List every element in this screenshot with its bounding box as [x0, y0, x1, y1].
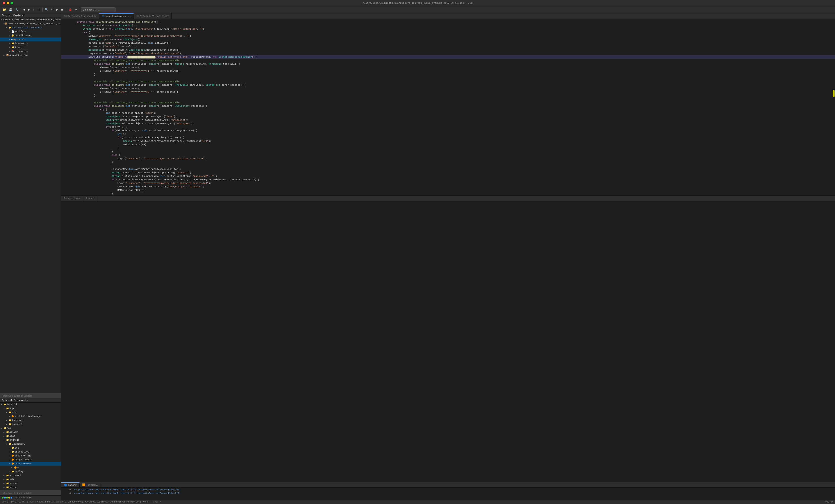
toolbar-btn-4[interactable]: ◀: [22, 7, 26, 12]
toolbar-btn-5[interactable]: ▶: [27, 7, 31, 12]
icon-cert: 🔐: [12, 34, 14, 37]
toolbar-btn-12[interactable]: 🐞: [67, 7, 73, 12]
tree-com[interactable]: ▼ 📁 com: [0, 426, 61, 430]
label-launcher3: com.android.launcher3: [12, 26, 43, 29]
tree-android2[interactable]: ▼ 📁 android: [0, 438, 61, 442]
arrow-launcher3: ▼: [6, 27, 9, 29]
code-line: for(i = 0; i < whiteListArray.length(); …: [61, 136, 835, 139]
dot-green: [2, 497, 3, 499]
terminal-icon: 🟧: [82, 483, 85, 486]
tree-volley[interactable]: ▶ 📁 volley: [0, 469, 61, 474]
code-line-highlighted: LTKAsyncHttp.post("https://▓▓▓▓▓▓▓▓▓▓▓▓▓…: [61, 55, 835, 59]
sidebar-bottom: Bytecode/Hierarchy ▼ 📁 android ▼ 📁 app ▼…: [0, 398, 61, 500]
code-line: ArrayList websites = new ArrayList();: [61, 24, 835, 27]
ico-autonavi: 📁: [6, 474, 9, 477]
tree-android[interactable]: ▼ 📁 android: [0, 402, 61, 406]
code-line: }: [61, 150, 835, 153]
tree-backport[interactable]: ▶ 📁 backport: [0, 418, 61, 422]
tree-amap[interactable]: ▶ 📁 amap: [0, 434, 61, 438]
toolbar-btn-1[interactable]: 📁: [2, 7, 7, 12]
lbl-miamdm: MiaMdmPolicyManager: [15, 415, 42, 418]
code-line: Log.i("Launcher", "==========>begin getW…: [61, 34, 835, 38]
toolbar-btn-11[interactable]: ⏹: [60, 7, 65, 12]
tree-item-apk[interactable]: ▼ 📦 GuardSecure_iFlytek_4.3.5_product_20…: [0, 22, 61, 26]
tree-item-resources[interactable]: ▶ 📁 Resources: [0, 41, 61, 45]
hierarchy-filter-input[interactable]: [0, 490, 61, 496]
tree-app[interactable]: ▼ 📁 app: [0, 406, 61, 411]
tab-description[interactable]: Description: [61, 196, 83, 201]
tree-b2b[interactable]: ▶ 📁 b2b: [0, 478, 61, 481]
hierarchy-header: Bytecode/Hierarchy: [0, 398, 61, 402]
tree-boyue[interactable]: ▶ 📁 boyue: [0, 485, 61, 489]
tree-protectedye[interactable]: ▶ 📁 protecteye: [0, 450, 61, 454]
close-button[interactable]: [3, 2, 5, 4]
code-editor[interactable]: private void getWebsiteWhiteListAndAdmin…: [61, 19, 835, 482]
tab-bytecode-disassembly-2[interactable]: ⬛ Bytecode/Disassembly: [134, 13, 172, 19]
tree-support[interactable]: ▶ 📁 support: [0, 422, 61, 426]
sidebar-filter-input[interactable]: [0, 393, 61, 398]
window-controls[interactable]: [3, 2, 13, 4]
terminal-label: Terminal: [86, 484, 98, 486]
toolbar-btn-13[interactable]: ↩: [74, 7, 78, 12]
tab-launchernew-source[interactable]: ☰ LauncherNew/Source: [99, 13, 134, 19]
arrow-libraries: ▶: [9, 50, 12, 52]
label-appdebug: app-debug.apk: [9, 54, 28, 57]
tree-item-launcher3[interactable]: ▼ 📁 com.android.launcher3: [0, 26, 61, 29]
tree-aliyun[interactable]: ▶ 📁 aliyun: [0, 430, 61, 434]
toolbar-btn-7[interactable]: ⬇: [37, 7, 41, 12]
icon-bytecode: ⚙: [12, 38, 13, 41]
code-line: public void onSuccess(int statusCode, He…: [61, 104, 835, 108]
tab-icon-1: ⬛: [64, 15, 67, 18]
tab-bytecode-disassembly-1[interactable]: ⬛ Bytecode/Disassembly: [61, 13, 99, 19]
tree-jumpactivity[interactable]: ▶ 🔶 JumpActivity: [0, 458, 61, 462]
code-line: BaseRequest requestParams = BaseRequest.…: [61, 48, 835, 52]
tree-launchernew[interactable]: ▼ 🔶 LauncherNew: [0, 462, 61, 466]
logger-icon: 🔵: [64, 484, 67, 486]
tab-bar: ⬛ Bytecode/Disassembly ☰ LauncherNew/Sou…: [61, 13, 835, 19]
tree-etc[interactable]: ▶ 📁 etc: [0, 446, 61, 450]
code-line: else {: [61, 153, 835, 157]
code-line: [61, 97, 835, 101]
omnibox-search[interactable]: [81, 7, 116, 12]
editor-area: ⬛ Bytecode/Disassembly ☰ LauncherNew/Sou…: [61, 13, 835, 500]
toolbar-btn-2[interactable]: 💾: [8, 7, 13, 12]
ico-android2: 📁: [6, 439, 9, 441]
toolbar-btn-8[interactable]: 🔍: [44, 7, 49, 12]
tree-R[interactable]: ▶ 🔶 R: [0, 466, 61, 469]
bottom-tab-logger[interactable]: 🔵 Logger: [61, 482, 80, 487]
icon-libraries: 📚: [12, 50, 14, 52]
dot-green2: [6, 497, 8, 499]
tree-mia[interactable]: ▼ 📁 mia: [0, 411, 61, 414]
arr-buildconfig: ▶: [9, 455, 12, 457]
tree-buildconfig[interactable]: ▶ 🔶 BuildConfig: [0, 454, 61, 458]
tree-item-libraries[interactable]: ▶ 📚 Libraries: [0, 49, 61, 53]
tree-item-bytecode[interactable]: ▼ ⚙ Bytecode: [0, 38, 61, 41]
arr-volley: ▶: [9, 471, 12, 472]
toolbar-btn-9[interactable]: ⚙: [50, 7, 54, 12]
tree-item-root[interactable]: ▼ 🗂 /Users/loki/Downloads/GuardSecure_iF…: [0, 18, 61, 22]
toolbar-btn-3[interactable]: 🔧: [14, 7, 19, 12]
code-line: if(code == 0) {: [61, 125, 835, 129]
arrow-bytecode: ▼: [9, 39, 12, 41]
tree-baidu[interactable]: ▶ 📁 baidu: [0, 481, 61, 485]
maximize-button[interactable]: [11, 2, 13, 4]
toolbar-btn-10[interactable]: ▶: [55, 7, 59, 12]
bottom-tab-terminal[interactable]: 🟧 Terminal: [80, 482, 101, 487]
toolbar-btn-6[interactable]: ⬆: [32, 7, 36, 12]
tree-item-assets[interactable]: ▶ 📁 Assets: [0, 45, 61, 49]
code-line: JSONObject params = new JSONObject();: [61, 38, 835, 41]
arr-miamdm: ▶: [9, 416, 12, 417]
label-assets: Assets: [15, 46, 23, 49]
code-line: public void onFailure(int statusCode, He…: [61, 83, 835, 87]
minimize-button[interactable]: [6, 2, 9, 4]
label-root: /Users/loki/Downloads/GuardSecure_iFlyte…: [5, 18, 61, 21]
tree-launcher3-h[interactable]: ▼ 📁 launcher3: [0, 442, 61, 446]
tree-item-manifest[interactable]: ▶ 📄 Manifest: [0, 29, 61, 34]
code-line: MDM.x.disableUsb();: [61, 188, 835, 192]
tab-source[interactable]: Source: [83, 196, 97, 201]
tree-miamdm[interactable]: ▶ 🔶 MiaMdmPolicyManager: [0, 414, 61, 418]
tree-autonavi[interactable]: ▶ 📁 autonavi: [0, 474, 61, 478]
tree-item-cert[interactable]: ▶ 🔐 Certificate: [0, 34, 61, 38]
ico-android: 📁: [3, 403, 6, 406]
tree-item-appdebug[interactable]: ▶ 📦 app-debug.apk: [0, 53, 61, 57]
